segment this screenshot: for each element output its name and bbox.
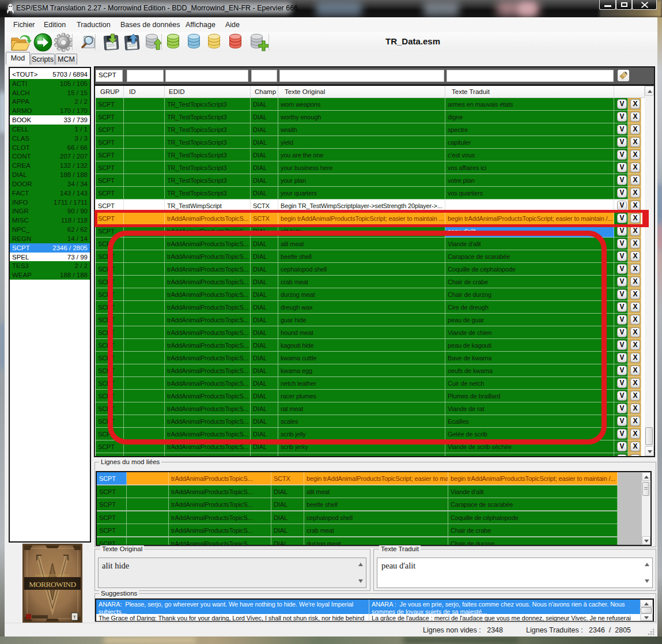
svg-text:SAMSARITY MORIT: SAMSARITY MORIT — [35, 573, 70, 577]
svg-text:MORROWIND: MORROWIND — [29, 580, 76, 589]
svg-text:T: T — [73, 615, 76, 620]
